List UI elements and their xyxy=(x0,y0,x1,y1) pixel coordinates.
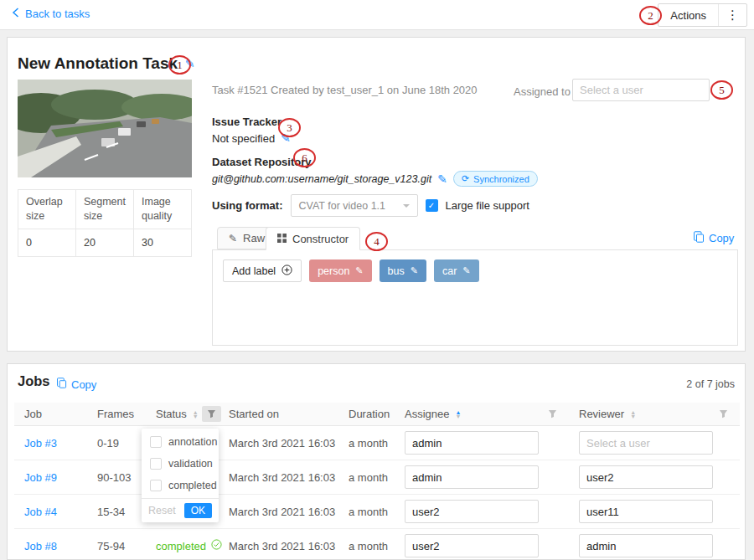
reviewer-filter-icon[interactable] xyxy=(719,409,728,419)
sync-status-badge[interactable]: ⟳ Synchronized xyxy=(453,171,538,187)
reviewer-input[interactable] xyxy=(579,465,713,489)
chevron-down-icon xyxy=(403,204,410,208)
col-assignee: Assignee xyxy=(405,408,449,420)
assignee-filter-icon[interactable] xyxy=(548,409,557,419)
job-link[interactable]: Job #8 xyxy=(24,540,57,552)
large-file-label: Large file support xyxy=(446,199,529,212)
issue-tracker-label: Issue Tracker xyxy=(212,116,281,128)
reviewer-input[interactable] xyxy=(579,431,713,455)
sync-status-label: Synchronized xyxy=(473,174,529,184)
issue-tracker-value: Not specified xyxy=(212,132,275,145)
copy-jobs-button[interactable]: Copy xyxy=(56,378,96,391)
assignee-sort-control[interactable]: ▲▼ xyxy=(455,410,461,419)
assignee-input[interactable] xyxy=(405,534,539,557)
edit-label-person-icon[interactable]: ✎ xyxy=(355,265,363,276)
reviewer-input[interactable] xyxy=(579,500,713,523)
task-title: New Annotation Task xyxy=(18,54,178,73)
job-link[interactable]: Job #3 xyxy=(24,437,57,450)
top-bar: Back to tasks Actions ⋮ xyxy=(0,0,754,30)
filter-option-completed[interactable]: completed xyxy=(142,475,219,496)
labels-constructor-panel: Add label person ✎ bus ✎ car ✎ xyxy=(212,249,738,346)
plus-circle-icon xyxy=(281,265,292,278)
tab-constructor[interactable]: Constructor xyxy=(266,227,360,250)
reviewer-sort-control[interactable]: ▲▼ xyxy=(630,410,636,419)
edit-label-car-icon[interactable]: ✎ xyxy=(462,265,470,276)
actions-label: Actions xyxy=(658,4,718,26)
checkbox-unchecked[interactable] xyxy=(150,458,162,470)
assignee-input[interactable] xyxy=(405,500,539,523)
back-to-tasks-link[interactable]: Back to tasks xyxy=(12,8,90,20)
duration-value: a month xyxy=(338,437,395,450)
assigned-to-label: Assigned to xyxy=(514,85,571,98)
copy-label: Copy xyxy=(709,232,734,244)
sync-icon: ⟳ xyxy=(462,173,469,184)
param-value-segment: 20 xyxy=(75,229,133,256)
duration-value: a month xyxy=(338,540,395,552)
edit-issue-tracker-icon[interactable]: ✎ xyxy=(281,131,291,145)
filter-option-validation[interactable]: validation xyxy=(142,453,219,475)
table-row: Job #8 75-94 completed March 3rd 2021 16… xyxy=(14,529,740,560)
col-started: Started on xyxy=(229,408,279,420)
edit-label-bus-icon[interactable]: ✎ xyxy=(411,265,418,276)
assignee-input[interactable] xyxy=(405,465,539,489)
add-label-button[interactable]: Add label xyxy=(223,259,302,282)
back-to-tasks-label: Back to tasks xyxy=(25,8,90,20)
constructor-blocks-icon xyxy=(277,233,287,245)
table-row: Job #3 0-19 March 3rd 2021 16:03 a month xyxy=(14,426,740,460)
col-duration: Duration xyxy=(349,408,390,420)
copy-labels-button[interactable]: Copy xyxy=(693,231,734,245)
filter-option-annotation-label: annotation xyxy=(168,436,217,448)
using-format-label: Using format: xyxy=(212,199,283,212)
task-assignee-input[interactable] xyxy=(572,79,710,101)
filter-option-completed-label: completed xyxy=(168,480,217,491)
large-file-checkbox[interactable]: ✓ xyxy=(426,199,438,212)
col-reviewer: Reviewer xyxy=(579,408,624,420)
filter-option-annotation[interactable]: annotation xyxy=(142,431,219,453)
reviewer-input[interactable] xyxy=(579,534,713,557)
started-value: March 3rd 2021 16:03 xyxy=(219,437,338,450)
copy-icon xyxy=(56,378,67,391)
label-person-name: person xyxy=(318,265,349,277)
more-vertical-icon[interactable]: ⋮ xyxy=(718,4,746,26)
dataset-repository-label: Dataset Repository xyxy=(212,156,311,168)
status-filter-dropdown: annotation validation completed Reset OK xyxy=(142,429,219,522)
checkbox-unchecked[interactable] xyxy=(150,480,162,491)
job-link[interactable]: Job #9 xyxy=(24,471,57,484)
col-status: Status xyxy=(156,408,187,420)
checkbox-unchecked[interactable] xyxy=(150,436,162,448)
edit-title-icon[interactable]: ✎ xyxy=(185,57,195,70)
filter-reset-button[interactable]: Reset xyxy=(148,505,176,516)
copy-jobs-label: Copy xyxy=(71,378,96,391)
frames-value: 15-34 xyxy=(87,506,146,518)
raw-edit-icon: ✎ xyxy=(229,233,237,244)
frames-value: 0-19 xyxy=(87,437,146,450)
export-format-select[interactable]: CVAT for video 1.1 xyxy=(291,194,418,217)
task-details-card: New Annotation Task ✎ Overlap size Segme… xyxy=(7,37,746,352)
jobs-count: 2 of 7 jobs xyxy=(686,378,735,390)
label-car-name: car xyxy=(442,265,457,277)
add-label-text: Add label xyxy=(232,265,276,277)
started-value: March 3rd 2021 16:03 xyxy=(219,540,338,552)
status-completed-text: completed xyxy=(156,540,206,552)
copy-icon xyxy=(693,231,705,245)
param-header-segment: Segment size xyxy=(75,190,133,229)
edit-repository-icon[interactable]: ✎ xyxy=(437,172,447,186)
param-value-quality: 30 xyxy=(134,229,192,256)
label-tag-bus[interactable]: bus ✎ xyxy=(380,259,426,282)
table-row: Job #9 90-103 March 3rd 2021 16:03 a mon… xyxy=(14,460,740,495)
param-header-overlap: Overlap size xyxy=(18,190,76,229)
label-tag-person[interactable]: person ✎ xyxy=(309,259,371,282)
jobs-table-header: Job Frames Status ▲▼ Started on Duration… xyxy=(14,403,740,426)
job-link[interactable]: Job #4 xyxy=(24,506,57,518)
table-row: Job #4 15-34 March 3rd 2021 16:03 a mont… xyxy=(14,495,740,529)
jobs-title: Jobs xyxy=(18,373,50,389)
started-value: March 3rd 2021 16:03 xyxy=(219,471,338,484)
label-bus-name: bus xyxy=(388,265,405,277)
jobs-card: Jobs Copy 2 of 7 jobs Job Frames Status … xyxy=(7,363,746,560)
actions-button[interactable]: Actions ⋮ xyxy=(658,3,747,27)
assignee-input[interactable] xyxy=(405,431,539,455)
label-tag-car[interactable]: car ✎ xyxy=(434,259,479,282)
checkbox-check-icon: ✓ xyxy=(428,201,435,210)
filter-ok-button[interactable]: OK xyxy=(184,503,212,518)
status-sort-control[interactable]: ▲▼ xyxy=(193,410,199,419)
